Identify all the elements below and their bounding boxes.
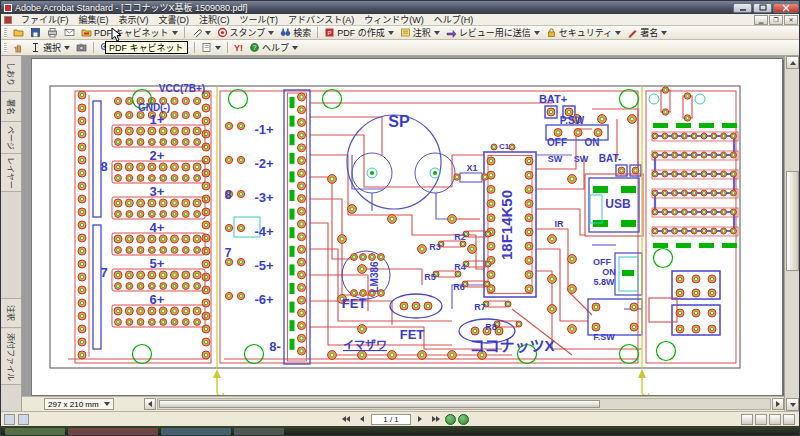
taskbar-item[interactable]: [161, 428, 231, 435]
previous-view-button[interactable]: [445, 414, 456, 425]
doc-minimize-button[interactable]: ▁: [754, 15, 768, 25]
note-icon: [400, 27, 411, 38]
pdf-page[interactable]: カットカットVCC(7B+)GND(-)1+2+3+4+5+6+87-1+-2+…: [31, 58, 783, 396]
svg-text:USB: USB: [605, 197, 631, 211]
toolbar-grip[interactable]: [4, 28, 7, 38]
select-tool-button[interactable]: 選択: [27, 39, 73, 56]
status-icon-2[interactable]: [18, 414, 29, 425]
scroll-up-button[interactable]: [786, 56, 799, 69]
svg-text:C1: C1: [499, 142, 510, 151]
yahoo-toolbar-button[interactable]: Y!: [231, 41, 246, 55]
taskbar-item[interactable]: [68, 428, 158, 435]
attach-button[interactable]: [188, 25, 214, 40]
doc-restore-button[interactable]: ❐: [769, 15, 783, 25]
svg-text:R3: R3: [429, 242, 441, 252]
page-size-label: 297 x 210 mm: [48, 400, 99, 409]
print-button[interactable]: [44, 25, 61, 40]
next-page-button[interactable]: [413, 413, 427, 425]
scroll-left-button[interactable]: [144, 398, 156, 410]
pdf-cabinet-button[interactable]: PDF キャビネット: [78, 24, 181, 41]
chevron-down-icon: [661, 31, 667, 35]
tab-pages[interactable]: ページ: [1, 122, 21, 154]
tab-comments[interactable]: 注釈: [1, 298, 21, 328]
tab-attachments[interactable]: 添付ファイル: [1, 329, 21, 385]
continuous-facing-button[interactable]: [769, 414, 781, 425]
comments-button[interactable]: 注釈: [397, 24, 443, 41]
toolbar-separator: [227, 42, 228, 53]
status-icon-1[interactable]: [4, 414, 15, 425]
single-page-button[interactable]: [741, 414, 753, 425]
svg-text:LM386: LM386: [369, 261, 380, 293]
horizontal-scrollbar[interactable]: [157, 398, 771, 410]
taskbar-item[interactable]: [5, 428, 65, 435]
send-review-button[interactable]: レビュー用に送信: [443, 24, 543, 41]
page-size-box[interactable]: 297 x 210 mm: [44, 398, 114, 410]
comments-label: 注釈: [413, 26, 431, 39]
chevron-down-icon: [104, 402, 110, 406]
svg-text:8: 8: [225, 188, 232, 202]
toolbar-grip[interactable]: [4, 43, 7, 53]
horizontal-scroll-thumb[interactable]: [159, 400, 600, 408]
svg-text:BAT+: BAT+: [539, 93, 567, 105]
hand-tool-button[interactable]: [10, 40, 27, 55]
stamp-label: スタンプ: [230, 26, 266, 39]
minimize-button[interactable]: [733, 3, 752, 13]
save-button[interactable]: [27, 25, 44, 40]
sign-label: 署名: [640, 26, 658, 39]
pcb-drawing: カットカットVCC(7B+)GND(-)1+2+3+4+5+6+87-1+-2+…: [32, 59, 782, 395]
close-button[interactable]: [773, 3, 799, 13]
svg-text:8-: 8-: [269, 339, 281, 354]
binoculars-icon: [280, 27, 291, 38]
continuous-button[interactable]: [755, 414, 767, 425]
windows-taskbar[interactable]: [1, 426, 800, 436]
security-button[interactable]: セキュリティ: [543, 24, 624, 41]
open-button[interactable]: [10, 25, 27, 40]
taskbar-item[interactable]: [234, 428, 284, 435]
security-label: セキュリティ: [559, 26, 612, 39]
doc-close-button[interactable]: ✕: [784, 15, 798, 25]
pcb-left-board: [78, 91, 210, 359]
next-view-button[interactable]: [458, 414, 469, 425]
sign-button[interactable]: 署名: [624, 24, 670, 41]
acrobat-app-icon: [4, 4, 12, 12]
svg-text:3+: 3+: [150, 184, 165, 199]
scroll-down-button[interactable]: [786, 398, 799, 411]
page-number-box[interactable]: 1 / 1: [371, 414, 411, 425]
open-folder-icon: [13, 27, 24, 38]
toolbar-separator: [93, 42, 94, 53]
create-pdf-label: PDF の作成: [337, 26, 385, 39]
svg-text:X1: X1: [466, 163, 477, 173]
scroll-right-button[interactable]: [772, 398, 784, 410]
email-button[interactable]: [61, 25, 78, 40]
tab-bookmarks[interactable]: しおり: [1, 56, 21, 92]
svg-text:-5+: -5+: [254, 258, 274, 273]
previous-page-button[interactable]: [355, 413, 369, 425]
page-layout-button[interactable]: [198, 40, 224, 55]
chevron-down-icon: [388, 31, 394, 35]
help-button[interactable]: ? ヘルプ: [246, 39, 301, 56]
chevron-down-icon: [615, 31, 621, 35]
first-page-button[interactable]: [339, 413, 353, 425]
vertical-scroll-thumb[interactable]: [786, 171, 799, 271]
vertical-scrollbar[interactable]: [784, 56, 799, 411]
maximize-button[interactable]: [753, 3, 772, 13]
svg-text:OFF: OFF: [593, 257, 611, 267]
last-page-button[interactable]: [429, 413, 443, 425]
svg-text:BAT-: BAT-: [599, 153, 622, 164]
facing-button[interactable]: [783, 414, 795, 425]
tab-layers[interactable]: レイヤー: [1, 154, 21, 192]
svg-text:IR: IR: [555, 219, 565, 229]
document-area[interactable]: カットカットVCC(7B+)GND(-)1+2+3+4+5+6+87-1+-2+…: [22, 56, 784, 411]
page-layout-icon: [201, 42, 212, 53]
snapshot-button[interactable]: [73, 40, 90, 55]
svg-text:R4: R4: [454, 262, 466, 272]
svg-text:ON: ON: [602, 267, 616, 277]
svg-text:R6: R6: [453, 282, 465, 292]
svg-text:SP: SP: [388, 113, 410, 130]
chevron-down-icon: [268, 31, 274, 35]
page-navigation: 1 / 1: [339, 413, 469, 425]
create-pdf-button[interactable]: P PDF の作成: [321, 24, 397, 41]
chevron-down-icon: [215, 46, 221, 50]
pen-icon: [627, 27, 638, 38]
tab-signatures[interactable]: 署名: [1, 92, 21, 122]
